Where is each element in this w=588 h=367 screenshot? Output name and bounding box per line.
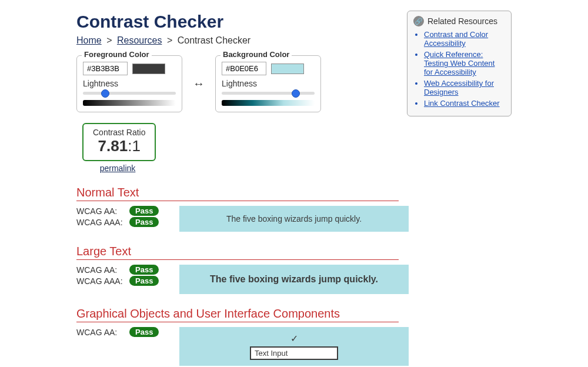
related-resources-panel: 🔗 Related Resources Contrast and Color A… bbox=[407, 11, 512, 116]
section-large-title: Large Text bbox=[76, 245, 399, 260]
large-aaa-label: WCAG AAA: bbox=[76, 276, 125, 286]
large-aa-label: WCAG AA: bbox=[76, 265, 125, 275]
normal-text-sample[interactable]: The five boxing wizards jump quickly. bbox=[179, 206, 409, 232]
background-lightness-label: Lightness bbox=[222, 79, 315, 88]
foreground-lightness-label: Lightness bbox=[83, 79, 176, 88]
foreground-panel: Foreground Color Lightness bbox=[76, 55, 182, 112]
section-ui-title: Graphical Objects and User Interface Com… bbox=[76, 307, 399, 322]
foreground-hue-gradient[interactable] bbox=[83, 100, 176, 106]
breadcrumb-sep: > bbox=[167, 35, 172, 45]
related-link-3[interactable]: Link Contrast Checker bbox=[424, 99, 500, 108]
foreground-hex-input[interactable] bbox=[83, 62, 128, 75]
breadcrumb-resources[interactable]: Resources bbox=[117, 35, 162, 45]
normal-aaa-badge: Pass bbox=[129, 217, 159, 227]
background-swatch[interactable] bbox=[271, 64, 304, 74]
background-hue-gradient[interactable] bbox=[222, 100, 315, 106]
background-lightness-slider[interactable] bbox=[222, 89, 315, 98]
foreground-lightness-slider[interactable] bbox=[83, 89, 176, 98]
large-aa-badge: Pass bbox=[129, 265, 159, 275]
foreground-swatch[interactable] bbox=[132, 64, 165, 74]
contrast-ratio-label: Contrast Ratio bbox=[93, 128, 145, 137]
ui-sample: ✓ bbox=[179, 327, 409, 366]
related-link-1[interactable]: Quick Reference: Testing Web Content for… bbox=[424, 50, 495, 76]
sample-text-input[interactable] bbox=[250, 346, 338, 360]
normal-aaa-label: WCAG AAA: bbox=[76, 218, 125, 227]
link-icon: 🔗 bbox=[413, 16, 424, 26]
check-icon: ✓ bbox=[185, 333, 403, 344]
contrast-ratio-value: 7.81:1 bbox=[93, 137, 145, 155]
related-link-2[interactable]: Web Accessibility for Designers bbox=[424, 79, 494, 96]
permalink-link[interactable]: permalink bbox=[82, 164, 153, 173]
related-link-0[interactable]: Contrast and Color Accessibility bbox=[424, 30, 488, 48]
large-aaa-badge: Pass bbox=[129, 276, 159, 286]
ui-aa-badge: Pass bbox=[129, 327, 159, 337]
breadcrumb-sep: > bbox=[106, 35, 112, 45]
foreground-legend: Foreground Color bbox=[82, 50, 152, 59]
ui-aa-label: WCAG AA: bbox=[76, 328, 125, 337]
breadcrumb-home[interactable]: Home bbox=[76, 35, 102, 45]
related-resources-title: Related Resources bbox=[427, 16, 497, 26]
breadcrumb-current: Contrast Checker bbox=[178, 35, 251, 45]
background-panel: Background Color Lightness bbox=[215, 55, 321, 112]
section-normal-title: Normal Text bbox=[76, 186, 399, 201]
normal-aa-badge: Pass bbox=[129, 206, 159, 216]
contrast-ratio-box: Contrast Ratio 7.81:1 bbox=[82, 123, 156, 161]
background-hex-input[interactable] bbox=[222, 62, 266, 75]
normal-aa-label: WCAG AA: bbox=[76, 206, 125, 216]
swap-colors-button[interactable]: ↔ bbox=[193, 77, 205, 91]
background-legend: Background Color bbox=[220, 50, 292, 59]
large-text-sample[interactable]: The five boxing wizards jump quickly. bbox=[179, 265, 409, 294]
